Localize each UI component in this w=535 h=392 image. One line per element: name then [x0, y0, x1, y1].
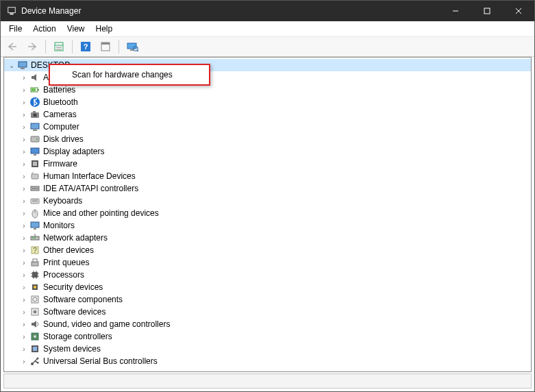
expand-arrow-icon[interactable]: › — [19, 74, 29, 82]
expand-arrow-icon[interactable]: ⌄ — [7, 62, 16, 69]
expand-arrow-icon[interactable]: › — [19, 99, 29, 106]
expand-arrow-icon[interactable]: › — [19, 259, 29, 267]
ctx-scan-hardware[interactable]: Scan for hardware changes — [51, 66, 208, 83]
forward-button[interactable] — [23, 38, 41, 56]
tree-item-keyboard[interactable]: ›Keyboards — [4, 195, 531, 207]
expand-arrow-icon[interactable]: › — [19, 123, 29, 131]
tree-item-bluetooth[interactable]: ›Bluetooth — [4, 96, 531, 108]
device-tree-pane: ⌄DESKTOP›A›Batteries›Bluetooth›Cameras›C… — [3, 57, 532, 372]
tree-item-label: A — [42, 73, 49, 82]
battery-icon — [29, 84, 40, 95]
tree-item-ide[interactable]: ›IDE ATA/ATAPI controllers — [4, 182, 531, 195]
svg-rect-79 — [37, 362, 39, 364]
svg-rect-21 — [38, 89, 39, 90]
svg-rect-47 — [34, 228, 36, 230]
tree-item-usb[interactable]: ›Universal Serial Bus controllers — [4, 355, 531, 367]
tree-item-network[interactable]: ›Network adapters — [4, 232, 531, 244]
tree-item-monitor[interactable]: ›Monitors — [4, 219, 531, 232]
tree-item-firmware[interactable]: ›Firmware — [4, 158, 531, 170]
svg-rect-13 — [101, 42, 110, 45]
tree-item-disk[interactable]: ›Disk drives — [4, 133, 531, 145]
tree-item-other[interactable]: ›?Other devices — [4, 244, 531, 256]
usb-icon — [29, 356, 40, 367]
tree-item-processor[interactable]: ›Processors — [4, 269, 531, 281]
showhide-button[interactable] — [97, 38, 114, 56]
menu-file[interactable]: File — [3, 23, 27, 35]
back-button[interactable] — [3, 38, 21, 56]
processor-icon — [29, 269, 40, 280]
svg-point-40 — [36, 188, 38, 189]
network-icon — [29, 232, 40, 243]
expand-arrow-icon[interactable]: › — [19, 296, 29, 304]
expand-arrow-icon[interactable]: › — [19, 86, 29, 94]
expand-arrow-icon[interactable]: › — [19, 345, 29, 353]
expand-arrow-icon[interactable]: › — [19, 247, 29, 254]
toolbar-separator — [45, 40, 46, 53]
expand-arrow-icon[interactable]: › — [19, 160, 29, 168]
tree-item-mouse[interactable]: ›Mice and other pointing devices — [4, 207, 531, 219]
expand-arrow-icon[interactable]: › — [19, 358, 29, 365]
expand-arrow-icon[interactable]: › — [19, 222, 29, 230]
svg-rect-0 — [8, 8, 16, 13]
expand-arrow-icon[interactable]: › — [19, 197, 29, 205]
toolbar-separator — [119, 40, 119, 53]
hid-icon — [29, 171, 40, 182]
expand-arrow-icon[interactable]: › — [19, 210, 29, 217]
close-button[interactable] — [503, 1, 534, 21]
minimize-button[interactable] — [440, 1, 471, 21]
tree-item-label: Print queues — [42, 258, 89, 267]
device-tree: ⌄DESKTOP›A›Batteries›Bluetooth›Cameras›C… — [4, 58, 531, 369]
properties-button[interactable] — [50, 38, 68, 56]
svg-line-17 — [137, 50, 138, 51]
tree-item-storage[interactable]: ›Storage controllers — [4, 330, 531, 343]
svg-point-66 — [34, 286, 36, 289]
menu-action[interactable]: Action — [27, 23, 61, 35]
tree-item-label: Bluetooth — [42, 97, 78, 107]
expand-arrow-icon[interactable]: › — [19, 321, 29, 328]
expand-arrow-icon[interactable]: › — [19, 111, 29, 119]
computer-icon — [17, 60, 28, 71]
expand-arrow-icon[interactable]: › — [19, 234, 29, 242]
expand-arrow-icon[interactable]: › — [19, 271, 29, 279]
tree-item-computer[interactable]: ›Computer — [4, 121, 531, 133]
tree-item-label: System devices — [42, 344, 101, 354]
keyboard-icon — [29, 195, 40, 206]
tree-item-label: Storage controllers — [42, 332, 112, 341]
computer-icon — [29, 121, 40, 132]
tree-item-system[interactable]: ›System devices — [4, 343, 531, 355]
expand-arrow-icon[interactable]: › — [19, 284, 29, 291]
tree-item-label: Software components — [42, 295, 123, 304]
tree-item-label: Sound, video and game controllers — [42, 319, 170, 329]
tree-item-label: Display adapters — [42, 147, 104, 156]
menu-help[interactable]: Help — [90, 23, 119, 35]
expand-arrow-icon[interactable]: › — [19, 308, 29, 316]
device-manager-window: { "title": "Device Manager", "menubar": … — [0, 0, 535, 392]
maximize-button[interactable] — [471, 1, 503, 21]
tree-item-label: Software devices — [42, 307, 105, 317]
expand-arrow-icon[interactable]: › — [19, 185, 29, 193]
tree-item-hid[interactable]: ›Human Interface Devices — [4, 170, 531, 182]
display-icon — [29, 146, 40, 157]
svg-rect-26 — [33, 111, 36, 112]
expand-arrow-icon[interactable]: › — [19, 148, 29, 156]
menubar: File Action View Help — [1, 21, 534, 37]
expand-arrow-icon[interactable]: › — [19, 333, 29, 341]
svg-point-38 — [32, 188, 34, 189]
tree-item-softdev[interactable]: ›Software devices — [4, 306, 531, 318]
tree-item-printqueue[interactable]: ›Print queues — [4, 256, 531, 269]
tree-item-security[interactable]: ›Security devices — [4, 281, 531, 293]
security-icon — [29, 282, 40, 293]
svg-text:?: ? — [33, 247, 37, 254]
svg-rect-54 — [32, 262, 38, 266]
bluetooth-icon — [29, 97, 40, 108]
expand-arrow-icon[interactable]: › — [19, 173, 29, 180]
expand-arrow-icon[interactable]: › — [19, 136, 29, 143]
tree-item-display[interactable]: ›Display adapters — [4, 145, 531, 158]
menu-view[interactable]: View — [62, 23, 90, 35]
tree-item-sound[interactable]: ›Sound, video and game controllers — [4, 318, 531, 330]
tree-item-label: Other devices — [42, 245, 94, 255]
scan-hardware-button[interactable] — [123, 38, 141, 56]
help-button[interactable]: ? — [77, 38, 95, 56]
tree-item-camera[interactable]: ›Cameras — [4, 108, 531, 121]
tree-item-softcomp[interactable]: ›Software components — [4, 293, 531, 306]
